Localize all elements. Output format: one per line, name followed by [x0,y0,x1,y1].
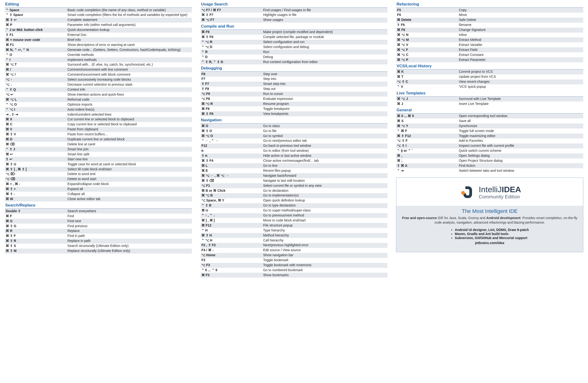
section: Compile and Run⌘ F9Make project (compile… [201,23,388,64]
shortcut-description: Find Action [458,163,583,168]
shortcut-table: ⌘ 0 ... ⌘ 9Open corresponding tool windo… [396,113,583,173]
table-row: ⌃ ⇥Switch between tabs and tool window [396,168,583,173]
section: Navigation⌘ OGo to class⌘ ⇧ OGo to file⌘… [201,117,388,278]
shortcut-description: Run to cursor [262,92,387,97]
shortcut-keys: ⌥ F7 / ⌘ F7 [201,8,262,13]
table-row: ⌃ V‘VCS’ quick popup [396,85,583,89]
table-row: ⌃ ⌥ IAuto-indent line(s) [5,107,192,112]
shortcut-keys: ⌘ ↩ [5,152,67,157]
table-row: ⌘ ;Open Project Structure dialog [396,158,583,163]
table-row: ⌃ ↑ , ⌃ ↓Go to previous/next method [201,213,388,218]
section: VCS/Local History⌘ KCommit project to VC… [396,63,583,89]
shortcut-keys: ⌥ F8 [201,97,262,102]
table-row: ⌘ ⌥ /Comment/uncomment with block commen… [5,72,192,77]
shortcut-description: Select successively increasing code bloc… [67,77,192,82]
shortcut-keys: ⌘ O [201,124,262,128]
shortcut-description: Edit source / View source [262,248,387,253]
shortcut-keys: ⌘ ; [396,158,458,163]
table-row: ⌥ ↩Show intention actions and quick-fixe… [5,92,192,97]
shortcut-keys: ⌘ / [5,67,67,72]
shortcut-description: Cut current line or selected block to cl… [67,117,192,122]
shortcut-keys: ⌘ ⇧ - [5,192,67,197]
shortcut-keys: ⌘ F3 [201,273,262,278]
shortcut-table: F5CopyF6Move⌘ DeleteSafe Delete⇧ F6Renam… [396,8,583,62]
table-row: F8Step over [201,72,388,77]
shortcut-keys: ⌥ F9 [201,92,262,97]
shortcut-description: Run context configuration from editor [262,60,387,64]
shortcut-keys: ⌘ ⌥ F7 [201,18,262,22]
shortcut-description: Find previous [67,224,192,229]
column-1: Editing⌃ SpaceBasic code completion (the… [5,1,192,278]
shortcut-table: ⌘ KCommit project to VCS⌘ TUpdate projec… [396,69,583,89]
shortcut-description: Go to symbol [262,133,387,138]
shortcut-description: Comment/uncomment with block comment [67,72,192,77]
table-row: ⌘ ⌥ TSurround with... (if..else, try..ca… [5,62,192,67]
section: DebuggingF8Step overF7Step into⇧ F7Smart… [201,65,388,116]
promo-desc-bold1: Free and open-source [402,216,437,220]
section-title: Navigation [201,117,388,124]
table-row: ⌘ ⌥ BGo to implementation(s) [201,193,388,198]
table-row: ⌘ 0 ... ⌘ 9Open corresponding tool windo… [396,113,583,118]
shortcut-keys: ⌘ F12 [201,223,262,228]
table-row: F2 , ⇧ F2Next/previous highlighted error [201,243,388,248]
shortcut-description: Paste from clipboard [67,127,192,132]
table-row: ⌘ ⇧ OGo to file [201,128,388,133]
shortcut-keys: ⌘ F8 [201,106,262,111]
promo-feature-item: Maven, Gradle and Ant build tools [455,232,529,236]
table-row: ⌘ ⌥ YSynchronize [396,124,583,128]
shortcut-keys: ⌥ ↓ [5,82,67,87]
table-row: ⌘ DeleteSafe Delete [396,18,583,22]
table-row: ⌃ ⌥ HCall hierarchy [201,238,388,243]
promo-link[interactable]: jetbrains.com/idea [401,241,578,248]
intellij-logo-icon [458,184,475,201]
promo-feature-item: Android UI designer, Lint, DDMS, Draw 9-… [455,228,529,232]
shortcut-description: Optimize imports [67,102,192,107]
table-row: ⌘ ⌥ CExtract Constant [396,52,583,57]
table-row: ⌥ F8Evaluate expression [201,97,388,102]
shortcut-keys: ⌘ ⇧ ] , ⌘ ⇧ [ [5,167,67,172]
shortcut-keys: ⌘ X [5,117,67,122]
shortcut-description: Go to implementation(s) [262,193,387,198]
shortcut-description: Synchronize [458,124,583,128]
shortcut-keys: ⌘ ⇧ U [5,162,67,167]
shortcut-keys: ⌃ 0 ... ⌃ 9 [201,268,262,273]
shortcut-description: Close active run/messages/find/... tab [262,158,387,163]
shortcut-keys: ⌘ W [5,196,67,201]
shortcut-keys: ⌘ ⌥ B [201,193,262,198]
table-row: ⌥ ⇧ FAdd to Favorites [396,138,583,144]
shortcut-description: Inline [458,33,583,38]
shortcut-description: Extract Parameter [458,57,583,62]
table-row: ⌘ ⇧ MReplace structurally (Ultimate Edit… [5,249,192,254]
shortcut-keys: ⌘ ⌥ C [396,52,458,57]
table-row: ⌘ SSave all [396,118,583,124]
shortcut-description: Select configuration and debug [262,44,387,49]
shortcut-description: Close active editor tab [67,196,192,201]
shortcut-keys: ⌘ K [396,69,458,74]
shortcut-keys: ⎋ [201,149,262,153]
shortcut-table: ⌘ ⌥ JSurround with Live Template⌘ JInser… [396,97,583,106]
shortcut-keys: ⌃ ⇧ R, ⌃ ⇧ D [201,60,262,64]
shortcut-description: Open Project Structure dialog [458,158,583,163]
promo-box: IntelliJIDEA Community EditionThe Most I… [396,177,583,252]
shortcut-keys: ⌃ Space [5,8,67,13]
table-row: ⌃ ⇧ QContext info [5,87,192,92]
table-row: ⌥ F7 / ⌘ F7Find usages / Find usages in … [201,8,388,13]
shortcut-keys: ⇧ F8 [201,86,262,92]
promo-header: IntelliJIDEA Community Edition [396,178,583,206]
shortcut-description: Evaluate expression [262,97,387,102]
shortcut-description: Go to type declaration [262,203,387,208]
shortcut-keys: ⌘ F6 [396,28,458,33]
shortcut-keys: ⌃ I [5,57,67,62]
shortcut-description: Switch between tabs and tool window [458,168,583,173]
shortcut-keys: ⌃ ⌥ H [201,238,262,243]
table-row: ⇧ F6Rename [396,22,583,28]
shortcut-description: Make project (compile modifed and depend… [262,30,387,35]
table-row: ⌥ F3Toggle bookmark with mnemonic [201,263,388,268]
shortcut-keys: ⌃ ⌥ I [5,107,67,112]
shortcut-description: Replace in path [67,239,192,244]
shortcut-description: Smart line split [67,152,192,157]
shortcut-keys: ⇥ , ⇧ ⇥ [5,112,67,117]
shortcut-description: Step out [262,86,387,92]
table-row: ⌃ RRun [201,49,388,54]
shortcut-description: Select configuration and run [262,40,387,45]
